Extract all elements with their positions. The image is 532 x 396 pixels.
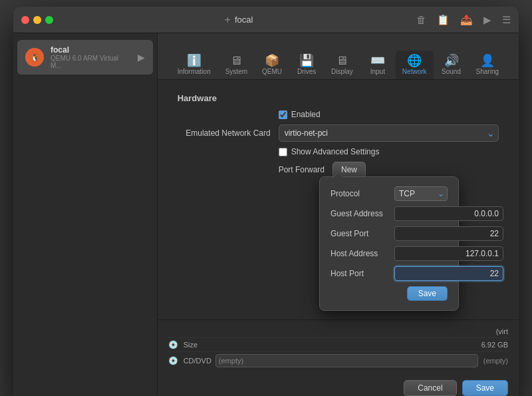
tab-sound[interactable]: 🔊 Sound: [435, 51, 468, 79]
cdrom-label: CD/DVD: [184, 357, 211, 365]
display-tab-icon: 🖥: [336, 55, 348, 67]
save-button[interactable]: Save: [462, 380, 508, 396]
emulated-card-row: Emulated Network Card virtio-net-pci e10…: [178, 124, 499, 142]
sharing-tab-icon: 👤: [480, 55, 495, 67]
guest-port-label: Guest Port: [331, 229, 389, 238]
enabled-checkbox[interactable]: [279, 110, 287, 119]
plus-icon[interactable]: +: [225, 14, 231, 26]
cancel-button[interactable]: Cancel: [404, 380, 456, 396]
cdrom-value: (empty): [483, 357, 508, 365]
port-forward-popup: Protocol TCP UDP ⌄ Guest Address 0.0.0.0…: [319, 176, 459, 311]
port-forward-row: Port Forward New: [279, 162, 499, 178]
sidebar: 🐧 focal QEMU 6.0 ARM Virtual M... ▶: [13, 33, 158, 396]
enabled-row: Enabled: [279, 110, 499, 119]
tab-bar: ℹ️ Information 🖥 System 📦 QEMU 💾 Drives …: [158, 33, 519, 80]
svg-text:🐧: 🐧: [31, 53, 39, 62]
show-advanced-row: Show Advanced Settings: [279, 147, 499, 156]
tab-drives[interactable]: 💾 Drives: [290, 51, 323, 79]
popup-footer: Save: [331, 286, 448, 301]
vm-icon: 🐧: [25, 48, 44, 67]
protocol-row: Protocol TCP UDP ⌄: [331, 186, 448, 201]
footer-buttons: Cancel Save: [158, 375, 519, 396]
cdrom-icon: 💿: [168, 356, 178, 365]
protocol-select[interactable]: TCP UDP: [394, 186, 448, 201]
title-bar: + focal 🗑 📋 📤 ▶ ☰: [13, 7, 519, 33]
partial-virt-value: (virt: [340, 327, 508, 335]
host-address-row: Host Address 127.0.0.1: [331, 246, 448, 261]
partial-virt-row: (virt: [168, 325, 508, 338]
bottom-area: (virt 💿 Size 6.92 GB 💿 CD/DVD (empty): [158, 319, 519, 375]
drives-tab-label: Drives: [297, 69, 316, 75]
size-value: 6.92 GB: [348, 341, 508, 349]
input-tab-label: Input: [370, 69, 385, 75]
popup-save-button[interactable]: Save: [407, 286, 448, 301]
menu-icon[interactable]: ☰: [502, 14, 511, 26]
host-address-label: Host Address: [331, 249, 389, 258]
disk-icon: 💿: [168, 340, 178, 349]
system-tab-label: System: [225, 69, 247, 75]
port-forward-label: Port Forward: [279, 165, 325, 174]
guest-address-label: Guest Address: [331, 209, 389, 218]
emulated-card-select-wrapper: virtio-net-pci e1000 rtl8139: [279, 124, 499, 142]
emulated-card-select[interactable]: virtio-net-pci e1000 rtl8139: [279, 124, 499, 142]
guest-address-input[interactable]: 0.0.0.0: [394, 206, 503, 221]
size-row: 💿 Size 6.92 GB: [168, 338, 508, 352]
window-title: focal: [235, 15, 253, 25]
cdrom-select[interactable]: (empty): [215, 354, 478, 367]
minimize-button[interactable]: [33, 16, 41, 24]
host-port-label: Host Port: [331, 269, 389, 278]
maximize-button[interactable]: [45, 16, 53, 24]
sidebar-item-focal[interactable]: 🐧 focal QEMU 6.0 ARM Virtual M... ▶: [17, 40, 153, 75]
export-icon[interactable]: 📤: [460, 14, 473, 26]
drives-tab-icon: 💾: [299, 55, 314, 67]
tab-system[interactable]: 🖥 System: [219, 51, 254, 79]
sharing-tab-label: Sharing: [476, 69, 499, 75]
show-advanced-label: Show Advanced Settings: [291, 147, 380, 156]
tab-display[interactable]: 🖥 Display: [325, 51, 360, 79]
input-tab-icon: ⌨️: [370, 55, 385, 67]
traffic-lights: [21, 16, 53, 24]
qemu-tab-icon: 📦: [265, 55, 279, 67]
vm-info: focal QEMU 6.0 ARM Virtual M...: [51, 45, 131, 69]
tab-sharing[interactable]: 👤 Sharing: [469, 51, 505, 79]
emulated-card-label: Emulated Network Card: [178, 128, 271, 138]
network-tab-label: Network: [402, 69, 427, 75]
display-tab-label: Display: [331, 69, 353, 75]
guest-port-row: Guest Port 22: [331, 226, 448, 241]
tab-qemu[interactable]: 📦 QEMU: [255, 51, 289, 79]
qemu-tab-label: QEMU: [262, 69, 282, 75]
cdrom-row: 💿 CD/DVD (empty) (empty): [168, 352, 508, 369]
information-tab-icon: ℹ️: [187, 55, 201, 67]
sound-tab-label: Sound: [442, 69, 461, 75]
host-port-input[interactable]: 22: [394, 266, 503, 281]
hardware-section-title: Hardware: [178, 93, 499, 103]
sound-tab-icon: 🔊: [444, 55, 459, 67]
guest-port-input[interactable]: 22: [394, 226, 503, 241]
information-tab-label: Information: [178, 69, 211, 75]
trash-icon[interactable]: 🗑: [416, 14, 426, 26]
tab-information[interactable]: ℹ️ Information: [171, 51, 217, 79]
size-label: Size: [184, 341, 343, 349]
tab-input[interactable]: ⌨️ Input: [361, 51, 394, 79]
host-address-input[interactable]: 127.0.0.1: [394, 246, 503, 261]
guest-address-row: Guest Address 0.0.0.0: [331, 206, 448, 221]
close-button[interactable]: [21, 16, 29, 24]
title-bar-actions: 🗑 📋 📤 ▶ ☰: [416, 14, 511, 26]
vm-subtitle: QEMU 6.0 ARM Virtual M...: [51, 55, 131, 69]
play-icon[interactable]: ▶: [483, 14, 491, 26]
network-tab-icon: 🌐: [407, 55, 422, 67]
host-port-row: Host Port 22: [331, 266, 448, 281]
show-advanced-checkbox[interactable]: [279, 148, 287, 156]
protocol-label: Protocol: [331, 189, 389, 198]
enabled-label: Enabled: [291, 110, 321, 119]
tab-network[interactable]: 🌐 Network: [396, 51, 434, 79]
partial-virt-label: [168, 327, 336, 335]
play-button[interactable]: ▶: [138, 52, 145, 63]
title-bar-center: + focal: [61, 14, 416, 26]
share-icon[interactable]: 📋: [437, 14, 450, 26]
vm-name: focal: [51, 45, 131, 55]
system-tab-icon: 🖥: [230, 55, 242, 67]
